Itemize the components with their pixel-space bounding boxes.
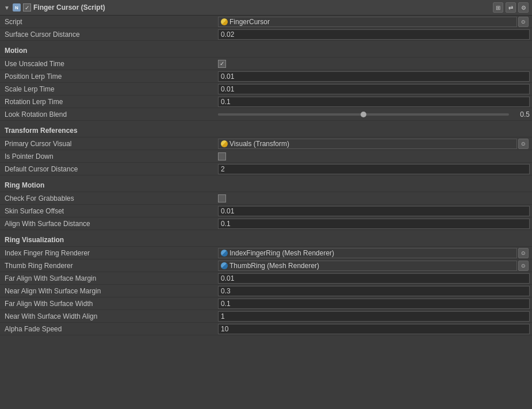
unity-script-icon: N xyxy=(13,3,21,12)
rotation-lerp-time-row: Rotation Lerp Time xyxy=(0,95,532,108)
default-cursor-distance-label: Default Cursor Distance xyxy=(0,164,216,174)
alpha-fade-speed-value xyxy=(216,323,532,335)
near-align-surface-margin-input[interactable] xyxy=(218,286,530,296)
surface-cursor-distance-label: Surface Cursor Distance xyxy=(0,29,216,40)
rotation-lerp-time-input[interactable] xyxy=(218,97,530,107)
script-label: Script xyxy=(0,17,216,27)
thumb-ring-renderer-field[interactable]: ThumbRing (Mesh Renderer) xyxy=(218,261,517,271)
align-with-surface-distance-row: Align With Surface Distance xyxy=(0,217,532,230)
motion-section-label: Motion xyxy=(0,43,216,57)
scale-lerp-time-input[interactable] xyxy=(218,84,530,94)
skin-surface-offset-value xyxy=(216,205,532,217)
skin-surface-offset-row: Skin Surface Offset xyxy=(0,205,532,217)
check-for-grabbables-row: Check For Grabbables xyxy=(0,192,532,205)
script-object-field[interactable]: FingerCursor xyxy=(218,17,517,27)
primary-cursor-visual-value: Visuals (Transform) ⊙ xyxy=(216,138,532,150)
ring-visualization-header-value xyxy=(216,239,532,240)
align-with-surface-distance-input[interactable] xyxy=(218,219,530,229)
properties-table: Script FingerCursor ⊙ Surface Cursor Dis… xyxy=(0,16,532,335)
far-align-surface-margin-label: Far Align With Surface Margin xyxy=(0,273,216,284)
primary-cursor-visual-label: Primary Cursor Visual xyxy=(0,139,216,149)
look-rotation-blend-display: 0.5 xyxy=(512,110,530,119)
surface-cursor-distance-row: Surface Cursor Distance xyxy=(0,28,532,41)
is-pointer-down-value xyxy=(216,152,532,161)
primary-cursor-visual-row: Primary Cursor Visual Visuals (Transform… xyxy=(0,137,532,150)
index-finger-ring-renderer-label: Index Finger Ring Renderer xyxy=(0,248,216,258)
settings-btn[interactable]: ⚙ xyxy=(518,2,529,13)
motion-header-value xyxy=(216,49,532,51)
is-pointer-down-label: Is Pointer Down xyxy=(0,151,216,162)
ring-visualization-label: Ring Visualization xyxy=(0,232,216,246)
bookmark-btn[interactable]: ⊞ xyxy=(493,2,503,13)
script-row: Script FingerCursor ⊙ xyxy=(0,16,532,28)
surface-cursor-distance-value xyxy=(216,29,532,40)
look-rotation-blend-thumb[interactable] xyxy=(361,112,366,117)
surface-cursor-distance-input[interactable] xyxy=(218,29,530,40)
near-align-surface-width-value xyxy=(216,311,532,322)
position-lerp-time-value xyxy=(216,71,532,82)
thumb-ring-renderer-value: ThumbRing (Mesh Renderer) ⊙ xyxy=(216,260,532,272)
component-header: ▼ N Finger Cursor (Script) ⊞ ⇄ ⚙ xyxy=(0,0,532,16)
skin-surface-offset-label: Skin Surface Offset xyxy=(0,206,216,216)
far-align-surface-width-input[interactable] xyxy=(218,299,530,309)
header-right: ⊞ ⇄ ⚙ xyxy=(493,2,529,13)
near-align-surface-margin-value xyxy=(216,285,532,297)
index-ring-renderer-target-btn[interactable]: ⊙ xyxy=(518,248,529,258)
default-cursor-distance-row: Default Cursor Distance xyxy=(0,163,532,175)
thumb-ring-renderer-icon xyxy=(221,262,228,269)
align-with-surface-distance-label: Align With Surface Distance xyxy=(0,219,216,229)
index-finger-ring-renderer-field[interactable]: IndexFingerRing (Mesh Renderer) xyxy=(218,248,517,258)
far-align-surface-margin-row: Far Align With Surface Margin xyxy=(0,272,532,285)
far-align-surface-width-row: Far Align With Surface Width xyxy=(0,297,532,310)
default-cursor-distance-input[interactable] xyxy=(218,164,530,174)
component-enabled-checkbox[interactable] xyxy=(23,3,31,12)
skin-surface-offset-input[interactable] xyxy=(218,206,530,216)
check-for-grabbables-value xyxy=(216,194,532,203)
use-unscaled-time-row: Use Unscaled Time xyxy=(0,58,532,70)
thumb-ring-renderer-target-btn[interactable]: ⊙ xyxy=(518,261,529,271)
index-finger-ring-renderer-row: Index Finger Ring Renderer IndexFingerRi… xyxy=(0,247,532,259)
use-unscaled-time-value xyxy=(216,59,532,68)
thumb-ring-renderer-text: ThumbRing (Mesh Renderer) xyxy=(229,262,319,270)
look-rotation-blend-slider-container: 0.5 xyxy=(218,110,530,119)
component-title: Finger Cursor (Script) xyxy=(33,3,105,12)
far-align-surface-margin-input[interactable] xyxy=(218,273,530,284)
motion-header-row: Motion xyxy=(0,43,532,58)
header-left: ▼ N Finger Cursor (Script) xyxy=(3,3,493,12)
position-lerp-time-row: Position Lerp Time xyxy=(0,70,532,83)
look-rotation-blend-track[interactable] xyxy=(218,113,509,116)
script-field-text: FingerCursor xyxy=(229,18,270,26)
use-unscaled-time-checkbox[interactable] xyxy=(218,60,226,68)
look-rotation-blend-label: Look Rotation Blend xyxy=(0,109,216,120)
component-panel: ▼ N Finger Cursor (Script) ⊞ ⇄ ⚙ Script … xyxy=(0,0,532,335)
thumb-ring-renderer-label: Thumb Ring Renderer xyxy=(0,261,216,271)
position-lerp-time-label: Position Lerp Time xyxy=(0,71,216,82)
alpha-fade-speed-input[interactable] xyxy=(218,324,530,334)
near-align-surface-margin-row: Near Align With Surface Margin xyxy=(0,285,532,297)
transform-references-label: Transform References xyxy=(0,123,216,137)
primary-cursor-visual-field[interactable]: Visuals (Transform) xyxy=(218,139,517,149)
look-rotation-blend-value: 0.5 xyxy=(216,110,532,119)
ring-visualization-header-row: Ring Visualization xyxy=(0,232,532,247)
rotation-lerp-time-value xyxy=(216,96,532,108)
script-icon xyxy=(221,18,228,25)
far-align-surface-width-label: Far Align With Surface Width xyxy=(0,299,216,309)
is-pointer-down-row: Is Pointer Down xyxy=(0,150,532,163)
transform-btn[interactable]: ⇄ xyxy=(506,2,516,13)
look-rotation-blend-fill xyxy=(218,113,363,116)
thumb-ring-renderer-row: Thumb Ring Renderer ThumbRing (Mesh Rend… xyxy=(0,259,532,272)
use-unscaled-time-label: Use Unscaled Time xyxy=(0,59,216,69)
near-align-surface-width-row: Near With Surface Width Align xyxy=(0,310,532,323)
primary-cursor-visual-icon xyxy=(221,140,228,147)
ring-motion-label: Ring Motion xyxy=(0,178,216,192)
position-lerp-time-input[interactable] xyxy=(218,71,530,82)
far-align-surface-width-value xyxy=(216,298,532,309)
check-for-grabbables-checkbox[interactable] xyxy=(218,194,226,202)
near-align-surface-width-input[interactable] xyxy=(218,311,530,322)
is-pointer-down-checkbox[interactable] xyxy=(218,152,226,160)
ring-motion-header-value xyxy=(216,184,532,185)
primary-cursor-visual-target-btn[interactable]: ⊙ xyxy=(518,139,529,149)
script-target-btn[interactable]: ⊙ xyxy=(518,17,529,27)
scale-lerp-time-value xyxy=(216,83,532,95)
collapse-arrow-icon[interactable]: ▼ xyxy=(3,4,10,11)
